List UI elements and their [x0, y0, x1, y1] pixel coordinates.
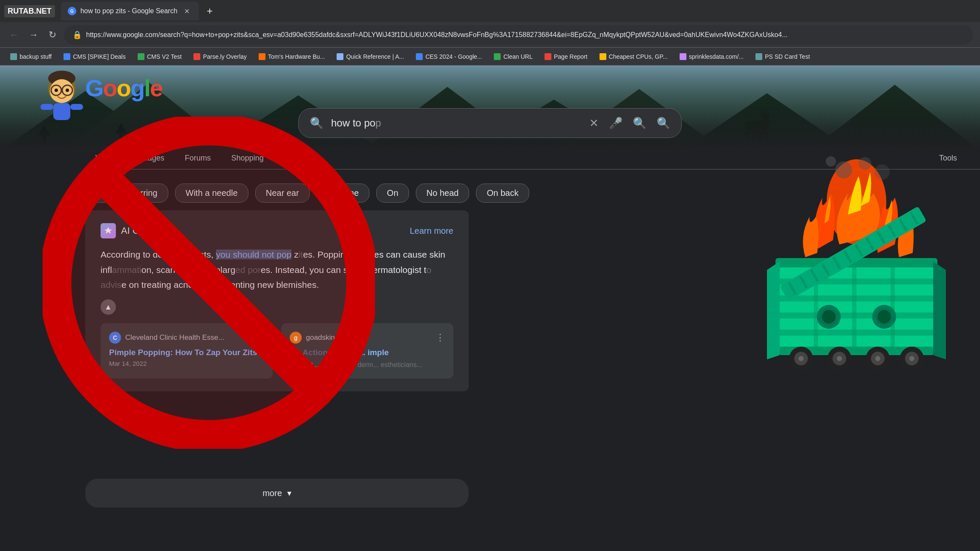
chip-on[interactable]: On [376, 184, 409, 203]
source-title-2: T... Action Spo... P... imple [290, 348, 445, 357]
bookmark-clean-url[interactable]: Clean URL [489, 52, 537, 62]
lock-icon: 🔒 [72, 30, 82, 40]
bookmark-page-report[interactable]: Page Report [539, 52, 593, 62]
url-text: https://www.google.com/search?q=how+to+p… [86, 31, 965, 39]
source-title: Pimple Popping: How To Zap Your Zits [109, 348, 264, 357]
chip-at-home[interactable]: At home [317, 184, 369, 203]
tab-bar: RUTAB.NET G how to pop zits - Google Sea… [0, 0, 980, 22]
chip-without-scarring[interactable]: Without scarring [85, 184, 168, 203]
ai-overview-header: AI Overview Learn more [101, 223, 453, 238]
svg-point-81 [874, 164, 890, 180]
logo-e: e [150, 75, 162, 101]
svg-rect-34 [70, 104, 83, 110]
show-more-button[interactable]: more ▾ [85, 479, 469, 508]
bookmark-label: Clean URL [503, 53, 532, 60]
logo-o1: o [103, 75, 117, 101]
learn-more-button[interactable]: Learn more [410, 226, 453, 236]
search-query-text: how to pop [331, 117, 582, 129]
bookmark-ps-sd[interactable]: PS SD Card Test [750, 52, 815, 62]
bookmark-label: sprinklesdata.com/... [689, 53, 744, 60]
bookmark-parsely[interactable]: Parse.ly Overlay [188, 52, 252, 62]
collapse-ai-button[interactable]: ▲ [101, 299, 116, 315]
svg-rect-32 [53, 103, 70, 120]
nav-tab-images[interactable]: Images [129, 149, 175, 169]
svg-point-65 [909, 356, 914, 361]
back-button[interactable]: ← [7, 27, 21, 43]
bookmark-label: Page Report [554, 53, 588, 60]
bookmark-cms-spike[interactable]: CMS [SPIKE] Deals [58, 52, 131, 62]
ai-overview-text: According to dermatologists, you should … [101, 247, 453, 293]
bookmark-ces2024[interactable]: CES 2024 - Google... [411, 52, 487, 62]
chip-near-ear[interactable]: Near ear [255, 184, 310, 203]
source-menu-button[interactable]: ⋮ [255, 332, 264, 343]
nav-tab-forums[interactable]: Forums [175, 149, 221, 169]
nav-tab-videos[interactable]: Videos [85, 149, 129, 169]
refresh-button[interactable]: ↻ [46, 27, 59, 43]
svg-point-79 [835, 161, 852, 178]
search-bar[interactable]: 🔍 how to pop ✕ 🎤 🔍 🔍 [298, 108, 682, 138]
chip-on-back[interactable]: On back [476, 184, 529, 203]
image-search-button[interactable]: 🔍 [630, 114, 649, 132]
svg-point-59 [837, 356, 842, 361]
voice-search-button[interactable]: 🎤 [606, 114, 625, 132]
google-search-page: Google 🔍 how to pop ✕ 🎤 🔍 🔍 Videos Image… [0, 66, 980, 533]
source-date: Mar 14, 2022 [109, 360, 264, 367]
bookmark-cms-v2[interactable]: CMS V2 Test [133, 52, 187, 62]
svg-point-30 [55, 89, 58, 92]
nav-tab-more[interactable]: ... [274, 149, 301, 169]
svg-rect-33 [40, 104, 53, 110]
nav-tab-shopping[interactable]: Shopping [221, 149, 274, 169]
rutab-logo: RUTAB.NET [4, 5, 55, 17]
source-menu-button-2[interactable]: ⋮ [435, 332, 445, 343]
bookmark-label: PS SD Card Test [765, 53, 810, 60]
svg-point-62 [875, 356, 880, 361]
google-search-submit[interactable]: 🔍 [654, 114, 673, 132]
bookmarks-bar: backup stuff CMS [SPIKE] Deals CMS V2 Te… [0, 48, 980, 66]
logo-g: G [85, 75, 103, 101]
chip-with-needle[interactable]: With a needle [175, 184, 248, 203]
source-card-goadskin[interactable]: g goadskin.com ⋮ T... Action Spo... P...… [281, 323, 453, 379]
search-icon: 🔍 [307, 114, 326, 132]
bookmark-label: Cheapest CPUs, GP... [609, 53, 668, 60]
svg-text:G: G [70, 9, 74, 14]
tab-favicon: G [68, 7, 76, 15]
source-snippet-2: When it... f things that derm... estheti… [290, 360, 445, 370]
logo-l: l [144, 75, 150, 101]
svg-rect-45 [852, 261, 856, 355]
svg-point-48 [822, 310, 836, 324]
ai-overview-box: AI Overview Learn more According to derm… [85, 210, 469, 391]
more-label: more [262, 488, 282, 498]
svg-point-31 [66, 89, 69, 92]
bookmark-quickref[interactable]: Quick Reference | A... [331, 52, 409, 62]
tab-close-button[interactable]: ✕ [182, 6, 192, 16]
bookmark-label: backup stuff [20, 53, 52, 60]
source-favicon-goadskin: g [290, 332, 302, 344]
browser-tab[interactable]: G how to pop zits - Google Search ✕ [61, 2, 199, 20]
clear-search-button[interactable]: ✕ [587, 114, 601, 132]
new-tab-button[interactable]: + [202, 3, 217, 19]
svg-point-82 [826, 156, 836, 166]
source-favicon-cleveland: C [109, 332, 121, 344]
more-chevron-icon: ▾ [287, 488, 291, 498]
svg-marker-53 [933, 261, 946, 359]
ai-overview-label: AI Overview [101, 223, 172, 238]
source-card-cleveland[interactable]: C Cleveland Clinic Health Esse... ⋮ Pimp… [101, 323, 273, 379]
dumpster-body [767, 258, 946, 359]
nav-bar: ← → ↻ 🔒 https://www.google.com/search?q=… [0, 22, 980, 48]
ai-overview-title: AI Overview [121, 225, 172, 236]
bookmark-cheapest[interactable]: Cheapest CPUs, GP... [594, 52, 673, 62]
address-bar[interactable]: 🔒 https://www.google.com/search?q=how+to… [64, 25, 973, 45]
source-site-name-2: goadskin.com [306, 333, 351, 342]
svg-point-50 [877, 310, 891, 324]
bookmark-toms[interactable]: Tom's Hardware Bu... [254, 52, 330, 62]
forward-button[interactable]: → [26, 27, 41, 43]
bookmark-sprinkles[interactable]: sprinklesdata.com/... [674, 52, 749, 62]
bookmark-backup-stuff[interactable]: backup stuff [5, 52, 57, 62]
logo-g2: g [130, 75, 144, 101]
chip-no-head[interactable]: No head [416, 184, 470, 203]
logo-o2: o [117, 75, 130, 101]
bookmark-label: CMS [SPIKE] Deals [73, 53, 126, 60]
dumpster-fire [754, 151, 959, 398]
source-card-header-2: g goadskin.com ⋮ [290, 332, 445, 344]
bookmark-label: Quick Reference | A... [346, 53, 404, 60]
